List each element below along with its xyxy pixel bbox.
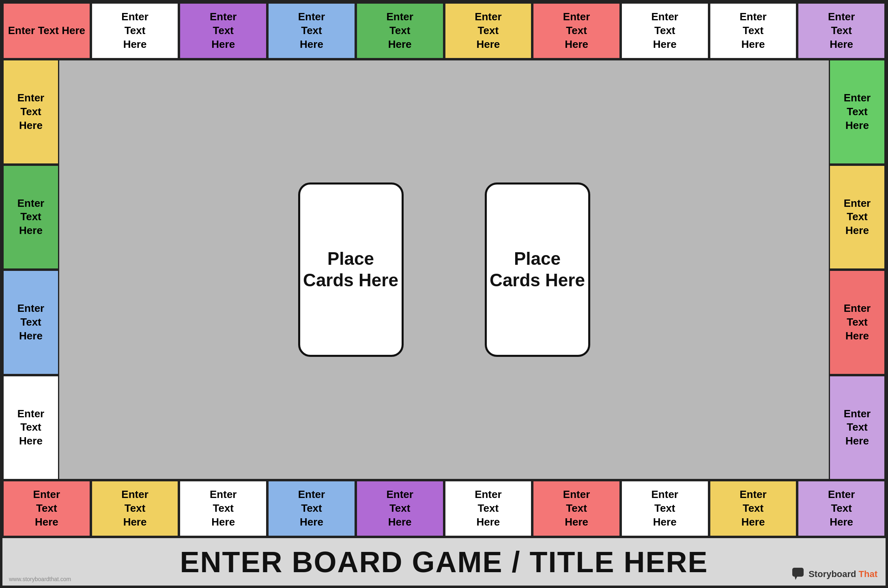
bottom-cell-3[interactable]: EnterTextHere [267, 480, 356, 537]
bottom-cell-9[interactable]: EnterTextHere [797, 480, 886, 537]
center-area: Place Cards Here Place Cards Here [59, 59, 829, 480]
top-cell-8[interactable]: EnterTextHere [709, 2, 798, 59]
top-cell-5[interactable]: EnterTextHere [444, 2, 533, 59]
bottom-cell-1[interactable]: EnterTextHere [91, 480, 179, 537]
right-cell-1[interactable]: EnterTextHere [829, 165, 886, 270]
title-bar: ENTER BOARD GAME / TITLE HERE www.storyb… [2, 537, 886, 586]
bottom-cell-0[interactable]: EnterTextHere [2, 480, 91, 537]
bottom-cell-5[interactable]: EnterTextHere [444, 480, 533, 537]
brand: StoryboardThat [791, 567, 877, 582]
right-col: EnterTextHere EnterTextHere EnterTextHer… [829, 59, 886, 480]
top-cell-1[interactable]: EnterTextHere [91, 2, 179, 59]
card-placeholder-left[interactable]: Place Cards Here [298, 182, 404, 357]
bottom-cell-6[interactable]: EnterTextHere [532, 480, 621, 537]
brand-name-that: That [859, 569, 877, 579]
board-container: Enter Text Here EnterTextHere EnterTextH… [0, 0, 888, 588]
bottom-cell-8[interactable]: EnterTextHere [709, 480, 798, 537]
top-cell-4[interactable]: EnterTextHere [356, 2, 444, 59]
top-cell-3[interactable]: EnterTextHere [267, 2, 356, 59]
svg-marker-1 [795, 577, 797, 580]
bottom-cell-7[interactable]: EnterTextHere [621, 480, 709, 537]
left-cell-1[interactable]: EnterTextHere [2, 165, 59, 270]
bottom-row: EnterTextHere EnterTextHere EnterTextHer… [2, 480, 886, 537]
right-cell-0[interactable]: EnterTextHere [829, 59, 886, 165]
right-cell-3[interactable]: EnterTextHere [829, 375, 886, 481]
middle-section: EnterTextHere EnterTextHere EnterTextHer… [2, 59, 886, 480]
svg-rect-0 [792, 568, 804, 577]
watermark: www.storyboardthat.com [9, 576, 71, 582]
top-cell-6[interactable]: EnterTextHere [532, 2, 621, 59]
top-row: Enter Text Here EnterTextHere EnterTextH… [2, 2, 886, 59]
storyboardthat-icon [791, 567, 806, 582]
left-cell-3[interactable]: EnterTextHere [2, 375, 59, 481]
left-cell-0[interactable]: EnterTextHere [2, 59, 59, 165]
right-cell-2[interactable]: EnterTextHere [829, 270, 886, 375]
bottom-cell-2[interactable]: EnterTextHere [179, 480, 267, 537]
top-cell-0[interactable]: Enter Text Here [2, 2, 91, 59]
top-cell-9[interactable]: EnterTextHere [797, 2, 886, 59]
left-col: EnterTextHere EnterTextHere EnterTextHer… [2, 59, 59, 480]
board-title[interactable]: ENTER BOARD GAME / TITLE HERE [180, 545, 708, 579]
brand-name-story: Storyboard [808, 569, 856, 579]
top-cell-7[interactable]: EnterTextHere [621, 2, 709, 59]
left-cell-2[interactable]: EnterTextHere [2, 270, 59, 375]
top-cell-2[interactable]: EnterTextHere [179, 2, 267, 59]
bottom-cell-4[interactable]: EnterTextHere [356, 480, 444, 537]
card-placeholder-right[interactable]: Place Cards Here [485, 182, 590, 357]
